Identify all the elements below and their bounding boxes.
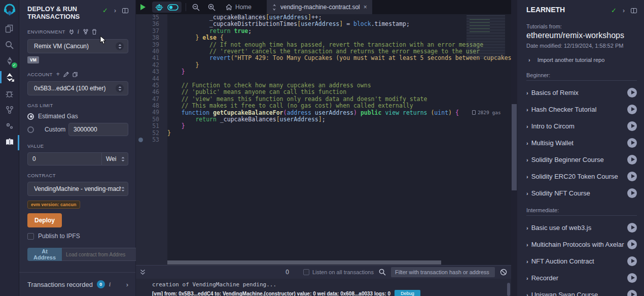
tutorial-item[interactable]: ›NFT Auction Contract: [526, 256, 637, 266]
code-editor[interactable]: 35 _cupcakeBalances[userAddress]++;36 _c…: [136, 14, 511, 265]
code-line[interactable]: 48 // This makes it free to call (no gas…: [136, 103, 511, 109]
play-tutorial-button[interactable]: [627, 121, 637, 131]
import-repo-toggle[interactable]: › Import another tutorial repo: [526, 57, 637, 63]
tutorial-item[interactable]: ›Multisig Wallet: [526, 138, 637, 148]
play-tutorial-button[interactable]: [627, 273, 637, 283]
play-tutorial-button[interactable]: [627, 223, 637, 233]
file-explorer-icon[interactable]: [0, 20, 19, 37]
transactions-recorded-row[interactable]: Transactions recorded 0 i ›: [19, 272, 135, 296]
edit-icon[interactable]: [63, 72, 69, 77]
learneth-layout-icon[interactable]: [631, 8, 637, 13]
zoom-out-icon[interactable]: [188, 2, 204, 13]
deploy-button[interactable]: Deploy: [27, 213, 62, 227]
estimated-gas-radio[interactable]: [27, 113, 34, 120]
at-address-button[interactable]: At Address: [27, 248, 62, 261]
plug-icon[interactable]: [69, 29, 74, 35]
code-line[interactable]: 51 }: [136, 123, 511, 129]
code-line[interactable]: 39 // If not enough time has passed, rev…: [136, 42, 511, 48]
debug-button[interactable]: Debug: [395, 290, 420, 296]
ai-assistant-icon[interactable]: [155, 4, 163, 11]
tutorial-item[interactable]: ›Intro to Circom: [526, 121, 637, 131]
code-line[interactable]: 49 function getCupcakeBalanceFor(address…: [136, 109, 511, 116]
play-tutorial-button[interactable]: [627, 290, 637, 296]
at-address-input[interactable]: [62, 248, 137, 261]
remix-logo-icon[interactable]: [0, 0, 19, 20]
tutorial-item[interactable]: ›Basic use of web3.js: [526, 223, 637, 233]
code-line[interactable]: 53: [136, 137, 511, 143]
git-icon[interactable]: [0, 102, 19, 118]
expand-terminal-icon[interactable]: [140, 269, 146, 275]
account-select[interactable]: 0x5B3...eddC4 (100 ether): [27, 81, 128, 95]
custom-gas-input[interactable]: [68, 123, 128, 136]
play-tutorial-button[interactable]: [627, 172, 637, 181]
tutorial-item[interactable]: ›Hash Checker Tutorial: [526, 105, 637, 114]
play-tutorial-button[interactable]: [627, 88, 637, 97]
code-line[interactable]: 35 _cupcakeBalances[userAddress]++;: [136, 14, 511, 21]
code-line[interactable]: 44: [136, 76, 511, 82]
fork-icon[interactable]: [83, 29, 88, 35]
code-line[interactable]: 47 // 'view' means this function only re…: [136, 96, 511, 103]
code-line[interactable]: 41 revert("HTTP 429: Too Many Cupcakes (…: [136, 55, 511, 61]
breakpoint-dot[interactable]: [138, 138, 143, 142]
deploy-run-icon[interactable]: [0, 69, 19, 85]
custom-gas-radio[interactable]: [27, 126, 34, 133]
tutorial-item[interactable]: ›Uniswap Swap Course: [526, 290, 637, 296]
learneth-pin-icon[interactable]: ›: [623, 7, 625, 14]
layout-icon[interactable]: [122, 8, 128, 13]
play-tutorial-button[interactable]: [627, 240, 637, 249]
listen-transactions-checkbox[interactable]: [303, 269, 309, 275]
right-panel-scrollbar-track[interactable]: [511, 0, 517, 296]
tab-file-active[interactable]: vending-machine-contract.sol ×: [267, 0, 372, 14]
tutorial-item[interactable]: ›Solidity ERC20 Token Course: [526, 172, 637, 181]
tutorial-item[interactable]: ›Recorder: [526, 273, 637, 283]
debugger-icon[interactable]: [0, 85, 19, 102]
terminal-scrollbar[interactable]: [507, 283, 510, 296]
right-panel-scrollbar-thumb[interactable]: [512, 104, 517, 190]
code-line[interactable]: 46 // 'public' means anyone can call thi…: [136, 89, 511, 95]
editor-minimap[interactable]: [467, 15, 505, 59]
code-line[interactable]: 40 // 'revert' cancels the transaction a…: [136, 48, 511, 55]
environment-info-icon[interactable]: i: [78, 27, 80, 36]
environment-select[interactable]: Remix VM (Cancun): [27, 39, 128, 53]
tutorial-item[interactable]: ›Solidity Beginner Course: [526, 155, 637, 165]
value-unit-select[interactable]: Wei: [102, 152, 128, 166]
run-script-button[interactable]: [136, 2, 150, 13]
code-line[interactable]: 36 _cupcakeDistributionTimes[userAddress…: [136, 21, 511, 27]
plugin-manager-icon[interactable]: [0, 118, 19, 134]
environment-dropdown-icon[interactable]: [116, 42, 124, 50]
learneth-plugin-icon[interactable]: [0, 134, 19, 150]
value-input[interactable]: [27, 152, 102, 166]
solidity-compiler-icon[interactable]: ✓: [0, 53, 19, 69]
code-line[interactable]: 45 // Function to check how many cupcake…: [136, 82, 511, 89]
zoom-in-icon[interactable]: [204, 2, 220, 13]
search-icon[interactable]: [0, 37, 19, 53]
tutorial-item[interactable]: ›Basics of Remix: [526, 88, 637, 97]
play-tutorial-button[interactable]: [627, 188, 637, 198]
transactions-expand-icon[interactable]: ›: [126, 281, 128, 288]
close-tab-icon[interactable]: ×: [364, 4, 367, 11]
play-tutorial-button[interactable]: [627, 138, 637, 148]
code-line[interactable]: 37 return true;: [136, 28, 511, 35]
tab-home[interactable]: Home: [220, 0, 258, 14]
contract-select[interactable]: VendingMachine - vending-machin: [27, 182, 128, 196]
account-dropdown-icon[interactable]: [116, 84, 124, 92]
add-account-icon[interactable]: +: [56, 71, 60, 78]
code-line[interactable]: 52}: [136, 130, 511, 137]
clear-console-icon[interactable]: [500, 269, 507, 276]
pin-panel-icon[interactable]: ›: [114, 7, 116, 14]
terminal-filter-input[interactable]: [391, 267, 495, 277]
play-tutorial-button[interactable]: [627, 256, 637, 266]
editor-horizontal-scrollbar[interactable]: [167, 260, 441, 265]
play-tutorial-button[interactable]: [627, 105, 637, 114]
publish-ipfs-checkbox[interactable]: [27, 233, 34, 240]
trash-icon[interactable]: [92, 29, 97, 35]
tutorial-item[interactable]: ›Solidity NFT Course: [526, 188, 637, 198]
code-line[interactable]: 38 } else {: [136, 35, 511, 41]
transactions-info-icon[interactable]: i: [109, 280, 111, 288]
code-line[interactable]: 50 return _cupcakeBalances[userAddress];: [136, 116, 511, 123]
terminal-search-icon[interactable]: [379, 269, 386, 276]
ai-toggle[interactable]: [167, 4, 178, 11]
code-line[interactable]: 42 }: [136, 62, 511, 69]
play-tutorial-button[interactable]: [627, 155, 637, 165]
copy-icon[interactable]: [73, 72, 78, 77]
